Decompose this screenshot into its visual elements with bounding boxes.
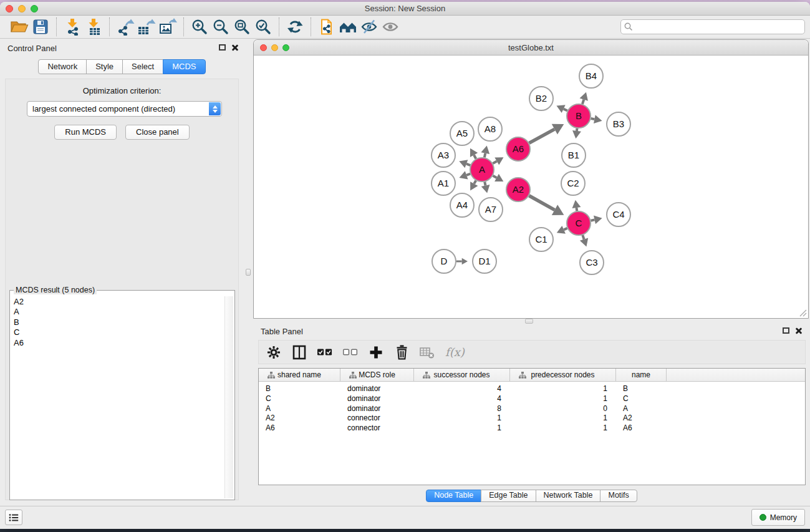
node-B4[interactable]: B4: [579, 64, 603, 88]
edge-A-A6[interactable]: [493, 157, 503, 165]
column-header-shared-name[interactable]: shared name: [259, 369, 340, 381]
node-D[interactable]: D: [432, 249, 456, 273]
memory-button[interactable]: Memory: [751, 509, 805, 526]
task-history-button[interactable]: [5, 510, 22, 525]
node-A5[interactable]: A5: [450, 122, 474, 145]
zoom-in-icon[interactable]: [189, 17, 210, 36]
node-C1[interactable]: C1: [529, 228, 553, 251]
mcds-result-item[interactable]: C: [11, 327, 224, 337]
node-A6[interactable]: A6: [506, 137, 530, 161]
node-B2[interactable]: B2: [529, 87, 553, 110]
node-A7[interactable]: A7: [479, 198, 503, 221]
export-image-icon[interactable]: [157, 17, 178, 36]
zoom-selected-icon[interactable]: [253, 17, 274, 36]
divider-grabber[interactable]: [525, 319, 533, 324]
resize-corner-icon[interactable]: [799, 309, 807, 317]
tab-network-table[interactable]: Network Table: [536, 490, 601, 502]
node-C[interactable]: C: [567, 211, 591, 235]
node-B[interactable]: B: [567, 104, 591, 128]
criterion-select[interactable]: largest connected component (directed): [27, 101, 222, 117]
close-panel-icon[interactable]: [795, 327, 803, 334]
edge-A2-C[interactable]: [529, 196, 564, 215]
float-panel-icon[interactable]: [219, 44, 226, 51]
save-session-icon[interactable]: [30, 17, 51, 36]
edge-A-A8[interactable]: [481, 145, 489, 157]
import-network-icon[interactable]: [62, 17, 83, 36]
edge-D-D1[interactable]: [456, 258, 468, 265]
node-A[interactable]: A: [470, 158, 494, 181]
close-panel-button[interactable]: Close panel: [125, 125, 190, 140]
edge-C-C3[interactable]: [580, 235, 588, 246]
network-canvas[interactable]: AA1A2A3A4A5A6A7A8BB1B2B3B4CC1C2C3C4DD1: [254, 56, 808, 318]
tab-edge-table[interactable]: Edge Table: [481, 490, 536, 502]
mcds-result-item[interactable]: A6: [11, 338, 224, 348]
network-overview-icon[interactable]: [337, 17, 359, 36]
import-table-icon[interactable]: [83, 17, 104, 36]
export-network-icon[interactable]: [115, 17, 136, 36]
deselect-all-columns-icon[interactable]: [343, 345, 358, 360]
show-graphics-details-icon[interactable]: [380, 17, 401, 36]
node-A3[interactable]: A3: [432, 143, 455, 167]
divider-grabber[interactable]: [246, 269, 251, 276]
table-row[interactable]: Bdominator41B: [259, 384, 805, 394]
node-C2[interactable]: C2: [561, 172, 585, 195]
mcds-result-scrollbar[interactable]: [224, 296, 233, 498]
node-C4[interactable]: C4: [607, 203, 630, 226]
column-header-name[interactable]: name: [616, 369, 667, 381]
node-B3[interactable]: B3: [607, 112, 630, 136]
table-settings-icon[interactable]: [266, 345, 281, 360]
edge-A-A4[interactable]: [470, 180, 478, 190]
edge-A-A5[interactable]: [470, 148, 478, 159]
network-window-titlebar[interactable]: testGlobe.txt: [254, 40, 808, 56]
edge-B-B2[interactable]: [556, 105, 567, 113]
mcds-result-item[interactable]: A2: [11, 297, 224, 307]
edge-B-B3[interactable]: [591, 115, 602, 123]
tab-node-table[interactable]: Node Table: [426, 490, 481, 502]
hide-graphics-details-icon[interactable]: [359, 17, 380, 36]
open-session-icon[interactable]: [9, 17, 30, 36]
delete-columns-icon[interactable]: [394, 345, 409, 360]
select-all-columns-icon[interactable]: [317, 345, 332, 360]
column-header-predecessor-nodes[interactable]: predecessor nodes: [510, 369, 616, 381]
edge-A6-B[interactable]: [529, 124, 564, 143]
edge-B-B4[interactable]: [580, 92, 588, 104]
float-panel-icon[interactable]: [783, 327, 789, 334]
table-row[interactable]: A6connector11A6: [259, 423, 805, 433]
show-columns-icon[interactable]: [292, 345, 307, 360]
node-A1[interactable]: A1: [432, 172, 455, 195]
node-A2[interactable]: A2: [506, 178, 530, 201]
column-header-mcds-role[interactable]: MCDS role: [340, 369, 414, 381]
vertical-split-divider[interactable]: [244, 39, 253, 506]
tab-select[interactable]: Select: [122, 59, 163, 74]
edge-A-A1[interactable]: [459, 171, 470, 179]
node-C3[interactable]: C3: [580, 251, 604, 274]
edge-A-A7[interactable]: [481, 182, 490, 193]
edge-C-C2[interactable]: [572, 200, 581, 211]
edge-C-C4[interactable]: [591, 216, 602, 225]
tab-style[interactable]: Style: [86, 59, 123, 74]
node-B1[interactable]: B1: [562, 143, 586, 167]
horizontal-split-divider[interactable]: [253, 319, 810, 324]
node-A8[interactable]: A8: [478, 117, 502, 141]
run-mcds-button[interactable]: Run MCDS: [54, 125, 117, 140]
zoom-out-icon[interactable]: [210, 17, 231, 36]
table-row[interactable]: Cdominator41C: [259, 394, 805, 404]
edge-A-A2[interactable]: [493, 174, 504, 181]
tab-motifs[interactable]: Motifs: [600, 490, 637, 502]
zoom-fit-icon[interactable]: [231, 17, 253, 36]
column-header-successor-nodes[interactable]: successor nodes: [414, 369, 510, 381]
tab-network[interactable]: Network: [38, 59, 87, 74]
new-network-from-selection-icon[interactable]: [316, 17, 337, 36]
tab-mcds[interactable]: MCDS: [163, 59, 205, 74]
search-input[interactable]: [620, 19, 805, 34]
edge-B-B1[interactable]: [572, 128, 581, 138]
table-row[interactable]: A2connector11A2: [259, 414, 805, 423]
close-panel-icon[interactable]: [231, 44, 239, 51]
mcds-result-item[interactable]: B: [11, 317, 224, 327]
node-A4[interactable]: A4: [450, 193, 474, 217]
node-D1[interactable]: D1: [473, 249, 496, 273]
create-new-column-icon[interactable]: [369, 345, 383, 360]
table-row[interactable]: Adominator80A: [259, 404, 805, 414]
apply-layout-icon[interactable]: [284, 17, 306, 36]
export-table-icon[interactable]: [136, 17, 157, 36]
